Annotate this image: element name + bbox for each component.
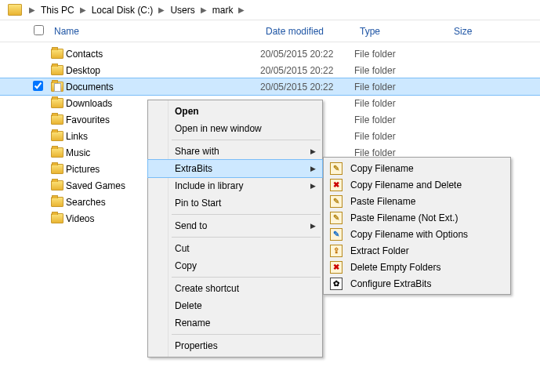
menu-label: Open xyxy=(175,106,199,117)
file-type: File folder xyxy=(354,82,448,93)
breadcrumb-item[interactable]: This PC xyxy=(39,3,76,17)
file-row[interactable]: Desktop20/05/2015 20:22File folder xyxy=(0,62,540,78)
separator xyxy=(172,140,321,140)
menu-share-with[interactable]: Share with▶ xyxy=(148,143,322,160)
menu-label: Send to xyxy=(175,220,207,231)
menu-pin-start[interactable]: Pin to Start xyxy=(148,194,322,212)
breadcrumb-item[interactable]: mark xyxy=(211,3,235,17)
file-type: File folder xyxy=(354,65,448,76)
menu-delete[interactable]: Delete xyxy=(148,297,322,314)
menu-label: Configure ExtraBits xyxy=(350,278,431,289)
file-row[interactable]: Contacts20/05/2015 20:22File folder xyxy=(0,45,540,62)
row-checkbox[interactable] xyxy=(33,81,43,91)
chevron-right-icon: ▶ xyxy=(310,165,316,172)
extrabits-item[interactable]: ✎Paste Filename (Not Ext.) xyxy=(324,209,510,226)
file-type: File folder xyxy=(354,131,448,142)
menu-label: Copy Filename and Delete xyxy=(350,180,462,191)
menu-properties[interactable]: Properties xyxy=(148,337,322,354)
menu-label: Copy Filename xyxy=(350,163,414,174)
folder-icon xyxy=(51,164,63,174)
file-name: Documents xyxy=(66,82,260,93)
file-name: Desktop xyxy=(66,65,260,76)
menu-label: Extract Folder xyxy=(350,245,409,256)
chevron-right-icon[interactable]: ▶ xyxy=(158,5,165,14)
extrabits-item[interactable]: ✎Copy Filename with Options xyxy=(324,226,510,242)
column-size[interactable]: Size xyxy=(449,26,496,37)
chevron-right-icon: ▶ xyxy=(310,147,316,155)
extrabits-item[interactable]: ✖Copy Filename and Delete xyxy=(324,176,510,193)
menu-label: Include in library xyxy=(175,180,243,191)
file-type: File folder xyxy=(354,49,448,60)
file-date: 20/05/2015 20:22 xyxy=(260,82,354,93)
context-menu: Open Open in new window Share with▶ Extr… xyxy=(147,100,323,358)
paste-icon: ✎ xyxy=(330,212,342,224)
copydel-icon: ✖ xyxy=(330,179,342,191)
menu-label: Copy Filename with Options xyxy=(350,229,468,240)
column-type[interactable]: Type xyxy=(355,26,449,37)
separator xyxy=(172,334,321,335)
extrabits-item[interactable]: ✖Delete Empty Folders xyxy=(324,259,510,275)
folder-icon xyxy=(51,65,63,75)
chevron-right-icon[interactable]: ▶ xyxy=(29,5,35,14)
menu-label: Share with xyxy=(175,146,219,157)
separator xyxy=(172,237,321,238)
breadcrumb[interactable]: ▶ This PC ▶ Local Disk (C:) ▶ Users ▶ ma… xyxy=(0,0,540,20)
extrabits-item[interactable]: ✎Copy Filename xyxy=(324,160,510,176)
extrabits-item[interactable]: ⇪Extract Folder xyxy=(324,242,510,259)
file-date: 20/05/2015 20:22 xyxy=(260,49,354,60)
menu-label: Copy xyxy=(175,260,197,271)
menu-open-new-window[interactable]: Open in new window xyxy=(148,120,322,137)
file-name: Contacts xyxy=(66,49,260,60)
extrabits-item[interactable]: ✎Paste Filename xyxy=(324,193,510,209)
copyopt-icon: ✎ xyxy=(330,228,342,241)
menu-label: Delete xyxy=(175,300,202,311)
menu-send-to[interactable]: Send to▶ xyxy=(148,217,322,234)
menu-cut[interactable]: Cut xyxy=(148,240,322,257)
folder-icon xyxy=(51,82,63,92)
folder-icon xyxy=(51,197,63,207)
extrabits-item[interactable]: ✿Configure ExtraBits xyxy=(324,275,510,292)
chevron-right-icon[interactable]: ▶ xyxy=(238,5,245,14)
folder-icon xyxy=(51,147,63,158)
copy-icon: ✎ xyxy=(330,162,342,175)
menu-label: Paste Filename (Not Ext.) xyxy=(350,212,458,223)
extrabits-submenu: ✎Copy Filename✖Copy Filename and Delete✎… xyxy=(323,157,511,295)
menu-include-library[interactable]: Include in library▶ xyxy=(148,177,322,194)
menu-label: Paste Filename xyxy=(350,196,415,207)
delempty-icon: ✖ xyxy=(330,261,342,274)
menu-create-shortcut[interactable]: Create shortcut xyxy=(148,280,322,297)
file-row[interactable]: Documents20/05/2015 20:22File folder xyxy=(0,78,540,95)
breadcrumb-item[interactable]: Users xyxy=(169,3,196,17)
folder-icon xyxy=(51,180,63,191)
menu-label: Create shortcut xyxy=(175,283,239,294)
menu-label: ExtraBits xyxy=(175,163,212,174)
menu-label: Rename xyxy=(175,318,210,328)
menu-label: Open in new window xyxy=(175,123,262,134)
breadcrumb-item[interactable]: Local Disk (C:) xyxy=(90,3,155,17)
separator xyxy=(172,214,321,215)
file-type: File folder xyxy=(354,98,448,109)
folder-icon xyxy=(8,4,22,16)
file-date: 20/05/2015 20:22 xyxy=(260,65,354,76)
select-all-checkbox[interactable] xyxy=(34,25,44,35)
column-name[interactable]: Name xyxy=(49,26,261,37)
folder-icon xyxy=(51,213,63,223)
folder-icon xyxy=(51,131,63,141)
column-headers: Name Date modified Type Size xyxy=(0,20,540,42)
chevron-right-icon[interactable]: ▶ xyxy=(80,5,86,14)
menu-label: Delete Empty Folders xyxy=(350,262,440,273)
file-type: File folder xyxy=(354,114,448,125)
menu-label: Cut xyxy=(175,243,190,254)
folder-icon xyxy=(51,114,63,125)
extract-icon: ⇪ xyxy=(330,245,342,257)
menu-open[interactable]: Open xyxy=(148,103,322,120)
paste-icon: ✎ xyxy=(330,195,342,208)
column-date[interactable]: Date modified xyxy=(261,26,355,37)
menu-extrabits[interactable]: ExtraBits▶ xyxy=(148,160,322,177)
menu-copy[interactable]: Copy xyxy=(148,257,322,274)
chevron-right-icon[interactable]: ▶ xyxy=(201,5,207,14)
menu-label: Pin to Start xyxy=(175,198,221,209)
menu-rename[interactable]: Rename xyxy=(148,314,322,332)
folder-icon xyxy=(51,98,63,108)
menu-label: Properties xyxy=(175,340,218,351)
